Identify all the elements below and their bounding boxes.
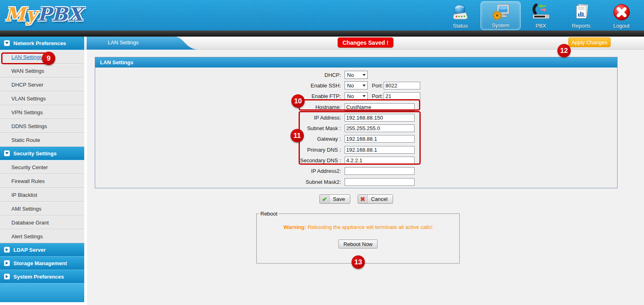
secondary-dns-input[interactable] <box>345 157 415 164</box>
nav-item-logout[interactable]: Logout <box>601 1 642 30</box>
nav-label-system: System <box>492 22 509 28</box>
annotation-circle-11: 11 <box>290 129 304 142</box>
nav-label-reports: Reports <box>572 23 591 29</box>
top-navigation: Status <box>440 1 642 30</box>
save-button[interactable]: Save <box>319 194 350 204</box>
subnet-mask2-input[interactable] <box>345 178 415 186</box>
hostname-label: Hostname: <box>95 104 343 110</box>
nav-item-reports[interactable]: Reports <box>561 1 601 30</box>
dhcp-select[interactable]: No <box>345 71 368 79</box>
annotation-circle-12: 12 <box>557 44 571 57</box>
annotation-circle-10: 10 <box>291 94 305 108</box>
nav-item-system[interactable]: System <box>480 1 521 30</box>
sidebar-section-network-preferences[interactable]: Network Preferences <box>0 37 84 50</box>
dhcp-label: DHCP: <box>95 72 343 78</box>
sidebar-item-dhcp-server[interactable]: DHCP Server <box>0 78 84 92</box>
gateway-input[interactable] <box>345 135 415 143</box>
section-collapsed-icon <box>4 260 10 266</box>
reboot-now-button[interactable]: Reboot Now <box>338 240 378 248</box>
sidebar-item-security-center[interactable]: Security Center <box>0 160 84 174</box>
ip-address-label: IP Address: <box>95 115 343 121</box>
ssh-port-input[interactable] <box>384 82 420 89</box>
sidebar-filler <box>0 283 84 302</box>
section-expanded-icon <box>4 40 10 46</box>
mypbx-logo: MyPBX <box>5 0 83 28</box>
enable-ftp-select[interactable]: No <box>345 92 368 100</box>
ssh-port-label: Port: <box>372 83 383 89</box>
section-expanded-icon <box>4 150 10 156</box>
cancel-button[interactable]: Cancel <box>358 194 393 204</box>
tab-lan-settings[interactable]: LAN Settings <box>87 37 201 50</box>
subnet-mask-label: Subnet Mask : <box>95 125 343 131</box>
sidebar-section-security-settings[interactable]: Security Settings <box>0 147 84 160</box>
annotation-circle-9: 9 <box>42 52 55 65</box>
system-icon <box>491 2 510 22</box>
reboot-warning: Warning: Rebooting the appliance will te… <box>257 224 459 230</box>
subnet-mask2-label: Subnet Mask2: <box>95 179 343 185</box>
sidebar-item-ip-blacklist[interactable]: IP Blacklist <box>0 188 84 202</box>
ftp-port-input[interactable] <box>384 92 420 100</box>
logo-part-my: My <box>5 3 37 25</box>
lan-settings-form: DHCP: No Enable SSH: No Port: Enable FTP… <box>95 68 617 187</box>
nav-item-pbx[interactable]: PBX <box>521 1 561 30</box>
sidebar-item-vlan-settings[interactable]: VLAN Settings <box>0 92 84 105</box>
enable-ftp-label: Enable FTP: <box>95 93 343 99</box>
pbx-icon <box>532 3 550 22</box>
panel-title: LAN Settings <box>95 57 617 68</box>
reboot-legend: Reboot <box>259 211 279 217</box>
nav-label-logout: Logout <box>613 23 630 29</box>
status-icon <box>451 3 470 22</box>
sidebar: Network Preferences LAN Settings WAN Set… <box>0 37 84 302</box>
sidebar-section-storage-management[interactable]: Storage Management <box>0 257 84 270</box>
sidebar-section-system-preferences[interactable]: System Preferences <box>0 270 84 283</box>
sidebar-item-wan-settings[interactable]: WAN Settings <box>0 64 84 78</box>
mypbx-admin-page: MyPBX Status <box>0 0 644 305</box>
logo-part-pbx: PBX <box>37 3 83 25</box>
annotation-circle-13: 13 <box>351 255 365 269</box>
chevron-down-icon <box>362 95 366 97</box>
primary-dns-label: Primary DNS : <box>95 147 343 153</box>
chevron-down-icon <box>362 74 366 76</box>
ip-address2-label: IP Address2: <box>95 168 343 174</box>
ip-address-input[interactable] <box>345 114 415 122</box>
ip-address2-input[interactable] <box>345 167 415 175</box>
sidebar-item-alert-settings[interactable]: Alert Settings <box>0 229 84 243</box>
logout-icon <box>612 3 631 22</box>
enable-ssh-label: Enable SSH: <box>95 83 343 89</box>
section-collapsed-icon <box>4 247 10 253</box>
chevron-down-icon <box>362 85 366 87</box>
cross-icon <box>358 195 368 203</box>
sidebar-item-static-route[interactable]: Static Route <box>0 133 84 147</box>
sidebar-item-vpn-settings[interactable]: VPN Settings <box>0 105 84 119</box>
sidebar-item-database-grant[interactable]: Database Grant <box>0 216 84 229</box>
hostname-input[interactable] <box>345 103 415 111</box>
nav-label-status: Status <box>453 23 468 29</box>
status-badge: Changes Saved ! <box>338 37 393 48</box>
enable-ssh-select[interactable]: No <box>345 81 368 89</box>
sidebar-item-ddns-settings[interactable]: DDNS Settings <box>0 119 84 133</box>
reports-icon <box>572 3 591 22</box>
app-header: MyPBX Status <box>0 0 644 30</box>
header-divider-bar <box>0 30 644 37</box>
sidebar-section-ldap-server[interactable]: LDAP Server <box>0 243 84 257</box>
subnet-mask-input[interactable] <box>345 124 415 132</box>
nav-label-pbx: PBX <box>535 23 546 29</box>
section-collapsed-icon <box>4 274 10 279</box>
warning-label: Warning: <box>284 224 306 230</box>
check-icon <box>320 195 330 203</box>
nav-item-status[interactable]: Status <box>440 1 480 30</box>
ftp-port-label: Port: <box>372 93 383 99</box>
gateway-label: Gateway : <box>95 136 343 142</box>
warning-text: Rebooting the appliance will terminate a… <box>306 224 433 230</box>
secondary-dns-label: Secondary DNS : <box>95 157 343 163</box>
lan-settings-panel: LAN Settings DHCP: No Enable SSH: No Por… <box>95 57 618 188</box>
tab-label: LAN Settings <box>108 39 139 46</box>
sidebar-item-ami-settings[interactable]: AMI Settings <box>0 202 84 216</box>
form-actions: Save Cancel <box>95 194 618 204</box>
sidebar-item-firewall-rules[interactable]: Firewall Rules <box>0 174 84 188</box>
apply-changes-button[interactable]: Apply Changes <box>568 37 611 47</box>
primary-dns-input[interactable] <box>345 146 415 154</box>
